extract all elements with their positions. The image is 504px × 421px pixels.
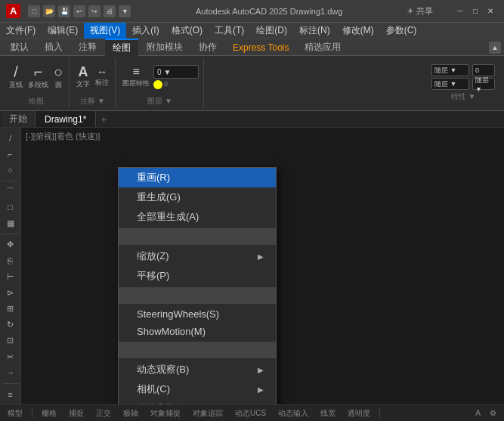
tool-circle-left[interactable]: ○ [2, 163, 19, 177]
text-label: 文字 [76, 79, 90, 89]
view-dropdown-menu: 重画(R) 重生成(G) 全部重生成(A) 缩放(Z) ▶ 平移(P) [118, 167, 277, 404]
menu-modify[interactable]: 修改(M) [336, 23, 380, 39]
tool-trim-left[interactable]: ✂ [2, 350, 19, 364]
tool-circle[interactable]: ○ 圆 [52, 63, 64, 91]
tab-addons[interactable]: 附加模块 [139, 39, 190, 55]
ribbon-content: / 直线 ⌐ 多段线 ○ 圆 绘图 A 文字 ↔ 标注 注释 ▼ [0, 56, 504, 111]
undo-icon[interactable]: ↩ [73, 5, 85, 17]
menu-steeringwheels[interactable]: SteeringWheels(S) [119, 305, 276, 323]
tab-default[interactable]: 默认 [3, 39, 36, 55]
menu-fly-walk[interactable]: 漫游和飞行(K) ▶ [119, 399, 276, 404]
status-grid[interactable]: 栅格 [39, 408, 60, 419]
tool-line-left[interactable]: / [2, 131, 19, 145]
properties-items: 随层 ▼ 0 随层 ▼ 随层 ▼ [431, 64, 495, 90]
tab-annotate[interactable]: 注释 [71, 39, 104, 55]
tool-copy-left[interactable]: ⎘ [2, 253, 19, 268]
ribbon-group-annotation-body: A 文字 ↔ 标注 [75, 60, 110, 94]
tool-line[interactable]: / 直线 [8, 63, 24, 91]
tool-properties-left[interactable]: ≡ [2, 387, 19, 401]
minimize-button[interactable]: ─ [453, 4, 468, 19]
menu-regen-all[interactable]: 全部重生成(A) [119, 207, 276, 227]
regen-label: 重生成(G) [137, 190, 181, 204]
tool-scale-left[interactable]: ⊡ [2, 333, 19, 348]
add-drawing-tab[interactable]: + [96, 111, 111, 127]
ribbon-tabs: 默认 插入 注释 绘图 附加模块 协作 Express Tools 精选应用 ▲ [0, 39, 504, 56]
layer-color[interactable] [153, 80, 162, 89]
menu-view[interactable]: 视图(V) [84, 23, 126, 39]
menu-sep-2 [119, 287, 276, 304]
tool-extend-left[interactable]: → [2, 366, 19, 380]
status-model[interactable]: 模型 [5, 408, 26, 419]
tab-insert[interactable]: 插入 [37, 39, 70, 55]
linestyle-dropdown[interactable]: 随层 ▼ [431, 78, 469, 90]
tab-precise[interactable]: 精选应用 [297, 39, 348, 55]
menu-showmotion[interactable]: ShowMotion(M) [119, 323, 276, 340]
menu-edit[interactable]: 编辑(E) [42, 23, 84, 39]
tab-start[interactable]: 开始 [2, 111, 36, 127]
ribbon-collapse-icon[interactable]: ▲ [489, 42, 501, 54]
fly-walk-label: 漫游和飞行(K) [137, 402, 199, 404]
tool-hatch-left[interactable]: ▦ [2, 216, 19, 231]
line-label: 直线 [9, 80, 23, 90]
menu-regen[interactable]: 重生成(G) [119, 187, 276, 207]
custom-icon[interactable]: ▼ [119, 5, 131, 17]
redraw-label: 重画(R) [137, 171, 170, 184]
status-snap[interactable]: 捕捉 [66, 408, 87, 419]
tool-rotate-left[interactable]: ↻ [2, 317, 19, 332]
tool-rect-left[interactable]: □ [2, 200, 19, 215]
tool-polyline-left[interactable]: ⌐ [2, 147, 19, 161]
status-lw[interactable]: 线宽 [317, 408, 339, 419]
ribbon-group-draw-body: / 直线 ⌐ 多段线 ○ 圆 [8, 60, 64, 94]
tool-layer-props[interactable]: ≡ 图层特性 [121, 64, 151, 90]
tab-collab[interactable]: 协作 [191, 39, 224, 55]
status-ortho[interactable]: 正交 [93, 408, 114, 419]
status-transp[interactable]: 透明度 [345, 408, 373, 419]
tool-arc-left[interactable]: ⌒ [2, 184, 19, 199]
menu-param[interactable]: 参数(C) [380, 23, 423, 39]
color-dropdown[interactable]: 随层 ▼ [431, 64, 469, 76]
status-ducs[interactable]: 动态UCS [232, 408, 269, 419]
menu-orbit[interactable]: 动态观察(B) ▶ [119, 360, 276, 379]
menu-format[interactable]: 格式(O) [165, 23, 209, 39]
tool-move-left[interactable]: ✥ [2, 237, 19, 252]
regen-all-label: 全部重生成(A) [137, 210, 199, 224]
tool-text[interactable]: A 文字 [75, 63, 91, 91]
menu-file[interactable]: 文件(F) [0, 23, 42, 39]
circle-icon: ○ [54, 64, 63, 79]
status-annotate[interactable]: A [472, 409, 484, 417]
menu-camera[interactable]: 相机(C) ▶ [119, 379, 276, 399]
new-icon[interactable]: □ [28, 5, 40, 17]
status-workspace[interactable]: ⚙ [487, 409, 499, 417]
menu-draw[interactable]: 绘图(D) [250, 23, 293, 39]
ribbon-properties: 随层 ▼ 0 随层 ▼ 随层 ▼ 特性 ▼ [431, 64, 495, 102]
save-icon[interactable]: 💾 [58, 5, 70, 17]
tab-draw[interactable]: 绘图 [105, 39, 138, 56]
ribbon-group-layers-body: ≡ 图层特性 0 ▼ 0 [121, 60, 199, 94]
tool-polyline[interactable]: ⌐ 多段线 [26, 63, 50, 91]
tool-dimension[interactable]: ↔ 标注 [94, 65, 110, 89]
close-button[interactable]: ✕ [483, 4, 498, 19]
redo-icon[interactable]: ↪ [88, 5, 100, 17]
tool-mirror-left[interactable]: ⊢ [2, 270, 19, 284]
print-icon[interactable]: 🖨 [104, 5, 116, 17]
menu-tools[interactable]: 工具(T) [209, 23, 250, 39]
share-button[interactable]: 共享 [407, 5, 433, 17]
status-dynin[interactable]: 动态输入 [275, 408, 311, 419]
menu-zoom[interactable]: 缩放(Z) ▶ [119, 246, 276, 266]
status-polar[interactable]: 极轴 [120, 408, 141, 419]
menu-redraw[interactable]: 重画(R) [119, 168, 276, 187]
tab-drawing1[interactable]: Drawing1* [36, 111, 96, 127]
status-osnap[interactable]: 对象捕捉 [147, 408, 184, 419]
menu-dim[interactable]: 标注(N) [293, 23, 336, 39]
tool-array-left[interactable]: ⊞ [2, 302, 19, 316]
layer-dropdown[interactable]: 0 ▼ [153, 65, 199, 79]
menu-pan[interactable]: 平移(P) [119, 266, 276, 286]
menu-insert[interactable]: 插入(I) [126, 23, 165, 39]
open-icon[interactable]: 📂 [43, 5, 55, 17]
window-controls: ─ □ ✕ [453, 4, 498, 19]
tab-express[interactable]: Express Tools [225, 41, 296, 54]
status-otrack[interactable]: 对象追踪 [190, 408, 226, 419]
maximize-button[interactable]: □ [468, 4, 483, 19]
tool-offset-left[interactable]: ⊳ [2, 286, 19, 300]
linewidth-dropdown[interactable]: 随层 ▼ [472, 78, 495, 90]
